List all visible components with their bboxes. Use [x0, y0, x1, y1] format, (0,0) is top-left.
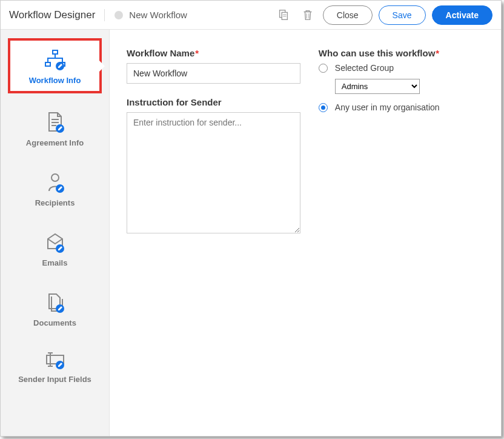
sidebar-item-documents[interactable]: Documents — [8, 282, 102, 333]
left-column: Workflow Name* Instruction for Sender — [127, 48, 300, 418]
sidebar-item-sender-input-fields[interactable]: Sender Input Fields — [8, 342, 102, 390]
sidebar: Workflow Info Agreement Info — [1, 30, 110, 436]
radio-selected-group-row[interactable]: Selected Group — [319, 63, 484, 73]
trash-icon — [301, 8, 314, 22]
save-button[interactable]: Save — [379, 5, 426, 25]
sidebar-item-label: Documents — [33, 318, 76, 327]
svg-point-14 — [51, 174, 59, 181]
group-select[interactable]: Admins — [335, 79, 420, 94]
instruction-textarea[interactable] — [127, 112, 300, 233]
agreement-info-icon — [43, 110, 67, 135]
sidebar-item-emails[interactable]: Emails — [8, 222, 102, 273]
sender-input-fields-icon — [43, 350, 67, 371]
instruction-group: Instruction for Sender — [127, 97, 300, 236]
copy-icon — [277, 8, 290, 22]
sidebar-item-label: Emails — [42, 258, 68, 267]
emails-icon — [43, 230, 67, 255]
radio-any-user-label: Any user in my organisation — [335, 102, 440, 112]
svg-rect-6 — [53, 50, 58, 54]
sidebar-item-agreement-info[interactable]: Agreement Info — [8, 102, 102, 153]
radio-selected-group-label: Selected Group — [335, 63, 394, 73]
sidebar-item-workflow-info[interactable]: Workflow Info — [8, 38, 102, 93]
sidebar-item-label: Agreement Info — [26, 138, 84, 147]
close-button[interactable]: Close — [323, 5, 373, 25]
right-column: Who can use this workflow* Selected Grou… — [319, 48, 484, 418]
sidebar-item-label: Workflow Info — [29, 76, 81, 85]
radio-any-user-row[interactable]: Any user in my organisation — [319, 102, 484, 112]
instruction-label: Instruction for Sender — [127, 97, 300, 107]
workflow-name-label: Workflow Name* — [127, 48, 300, 58]
svg-rect-7 — [45, 62, 50, 66]
workflow-name-group: Workflow Name* — [127, 48, 300, 84]
documents-icon — [43, 290, 67, 315]
header-workflow-name: New Workflow — [129, 10, 274, 20]
delete-icon-button[interactable] — [299, 6, 317, 24]
workflow-name-input[interactable] — [127, 63, 300, 84]
app-title: Workflow Designer — [9, 9, 105, 21]
sidebar-item-recipients[interactable]: Recipients — [8, 162, 102, 213]
activate-button[interactable]: Activate — [432, 5, 492, 25]
body: Workflow Info Agreement Info — [1, 30, 501, 436]
recipients-icon — [43, 170, 67, 195]
who-can-use-group: Who can use this workflow* Selected Grou… — [319, 48, 484, 112]
radio-icon — [319, 64, 328, 73]
workflow-info-icon — [43, 49, 67, 72]
header-bar: Workflow Designer New Workflow Close — [1, 1, 501, 30]
who-can-use-label: Who can use this workflow* — [319, 48, 484, 58]
group-select-wrap: Admins — [335, 79, 484, 94]
header-actions: Close Save Activate — [274, 5, 492, 25]
sidebar-item-label: Sender Input Fields — [18, 375, 91, 384]
status-indicator-icon — [114, 11, 123, 19]
app-window: Workflow Designer New Workflow Close — [0, 0, 502, 437]
copy-icon-button[interactable] — [274, 6, 293, 24]
sidebar-item-label: Recipients — [35, 198, 75, 207]
main-panel: Workflow Name* Instruction for Sender Wh… — [110, 30, 501, 436]
radio-icon — [319, 103, 328, 112]
